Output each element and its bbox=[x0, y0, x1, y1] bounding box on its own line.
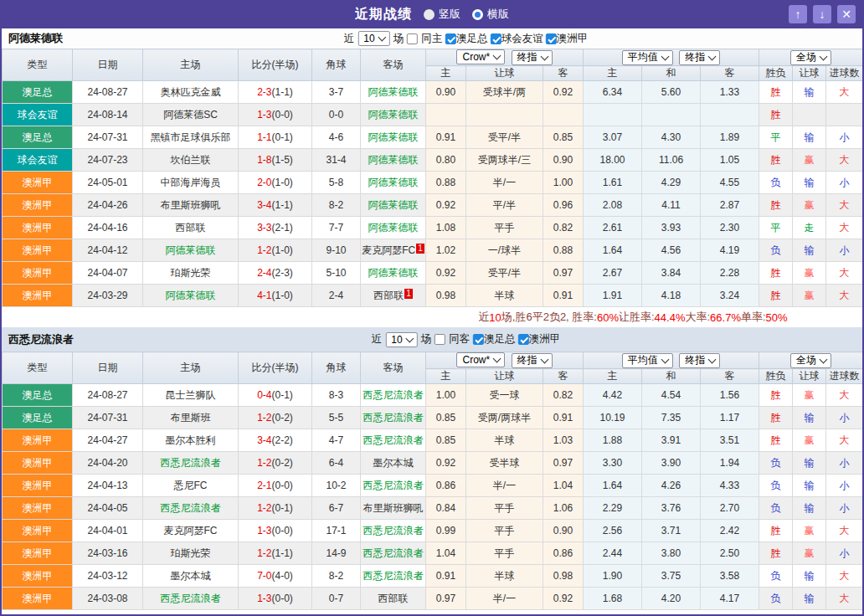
same-venue-checkbox[interactable] bbox=[435, 334, 445, 345]
average-stage-select[interactable]: 终指 bbox=[679, 353, 720, 368]
match-score: 4-1(1-0) bbox=[239, 285, 312, 307]
league-checkbox[interactable] bbox=[473, 334, 484, 345]
avg-away-odds: 2.70 bbox=[701, 497, 759, 520]
crow-away-odds: 0.98 bbox=[543, 565, 584, 588]
average-stage-select[interactable]: 终指 bbox=[679, 50, 720, 65]
match-score: 1-2(0-2) bbox=[239, 407, 312, 429]
chevron-down-icon bbox=[708, 52, 717, 60]
chevron-down-icon bbox=[820, 52, 828, 60]
match-row: 澳洲甲24-04-01麦克阿瑟FC1-3(0-0)17-1西悉尼流浪者0.99平… bbox=[3, 520, 863, 542]
avg-draw-odds: 4.54 bbox=[642, 384, 701, 407]
league-checkbox[interactable] bbox=[445, 33, 456, 44]
average-select[interactable]: 平均值 bbox=[622, 50, 673, 65]
scope-select[interactable]: 全场 bbox=[790, 50, 831, 65]
team-name: 黑镇市足球俱乐部 bbox=[151, 131, 231, 143]
bookmaker-stage-select[interactable]: 终指 bbox=[512, 50, 553, 65]
col-header-avg-home: 主 bbox=[584, 66, 642, 81]
match-count-select[interactable]: 10 bbox=[385, 332, 417, 347]
crow-away-odds bbox=[543, 104, 584, 126]
arrow-up-icon[interactable]: ↑ bbox=[789, 5, 807, 23]
col-header-avg-draw: 和 bbox=[642, 66, 701, 81]
bookmaker-value: Crow* bbox=[462, 354, 490, 366]
team-name: 珀斯光荣 bbox=[171, 547, 211, 559]
handicap-result-cell: 输 bbox=[793, 565, 826, 588]
avg-away-odds: 1.94 bbox=[701, 452, 759, 475]
crow-home-odds: 1.04 bbox=[426, 542, 466, 565]
goals-result-cell: 小 bbox=[826, 126, 863, 149]
window-title: 近期战绩 bbox=[355, 6, 412, 23]
home-team-cell: 麦克阿瑟FC bbox=[143, 520, 239, 542]
crow-away-odds: 0.97 bbox=[543, 262, 584, 285]
avg-draw-odds: 7.35 bbox=[642, 407, 701, 429]
average-select[interactable]: 平均值 bbox=[622, 353, 673, 368]
full-time-score: 2-1 bbox=[257, 480, 271, 491]
league-checkbox[interactable] bbox=[518, 334, 529, 345]
league-checkbox[interactable] bbox=[546, 33, 557, 44]
team-name: 西部联 bbox=[373, 290, 404, 301]
avg-away-odds: 1.17 bbox=[701, 407, 759, 429]
match-score: 1-8(1-5) bbox=[239, 149, 312, 172]
full-time-score: 1-2 bbox=[257, 457, 271, 469]
handicap-result-cell: 输 bbox=[793, 172, 826, 194]
away-team-cell: 西悉尼流浪者 bbox=[361, 520, 426, 542]
bookmaker-select[interactable]: Crow* bbox=[456, 49, 505, 64]
match-count-select[interactable]: 10 bbox=[357, 31, 389, 46]
match-row: 澳洲甲24-05-01中部海岸海员2-0(1-0)5-8阿德莱德联0.88半/一… bbox=[3, 172, 863, 194]
summary-text: 近 bbox=[478, 310, 489, 325]
league-checkbox[interactable] bbox=[491, 33, 501, 44]
corner-score: 14-9 bbox=[312, 542, 361, 565]
goals-result-cell: 小 bbox=[826, 497, 863, 520]
bookmaker-stage-select[interactable]: 终指 bbox=[512, 353, 553, 368]
result-cell: 平 bbox=[759, 126, 793, 149]
col-header-type: 类型 bbox=[3, 352, 73, 384]
avg-home-odds bbox=[584, 104, 642, 126]
corner-score: 3-7 bbox=[312, 81, 361, 104]
home-team-cell: 阿德莱德联 bbox=[143, 239, 239, 262]
away-team-cell: 西悉尼流浪者 bbox=[361, 384, 426, 407]
goals-result-cell: 大 bbox=[826, 520, 863, 542]
handicap-result-cell: 赢 bbox=[793, 520, 826, 542]
crow-handicap: 一/球半 bbox=[466, 239, 543, 262]
handicap-result-cell: 赢 bbox=[793, 384, 826, 407]
match-row: 澳洲甲24-03-08西悉尼流浪者1-3(0-0)0-7西部联0.97半/一0.… bbox=[3, 588, 863, 610]
crow-home-odds: 0.85 bbox=[426, 429, 466, 452]
half-time-score: (2-2) bbox=[272, 434, 293, 446]
arrow-down-icon[interactable]: ↓ bbox=[813, 5, 831, 23]
match-date: 24-04-13 bbox=[73, 475, 143, 497]
chevron-down-icon bbox=[540, 355, 548, 363]
full-time-score: 1-2 bbox=[257, 547, 271, 559]
same-venue-checkbox[interactable] bbox=[407, 33, 418, 44]
team-name: 阿德莱德联 bbox=[368, 177, 419, 188]
col-header-crow-home: 主 bbox=[426, 369, 466, 384]
radio-icon[interactable] bbox=[472, 9, 483, 20]
match-score: 1-3(0-0) bbox=[239, 104, 312, 126]
result-cell: 平 bbox=[759, 217, 793, 239]
half-time-score: (0-1) bbox=[272, 502, 293, 514]
handicap-result-cell: 赢 bbox=[793, 285, 826, 307]
away-team-cell: 西悉尼流浪者 bbox=[361, 565, 426, 588]
close-icon[interactable]: ✕ bbox=[837, 5, 856, 23]
scope-select[interactable]: 全场 bbox=[790, 353, 831, 368]
window-buttons: ↑ ↓ ✕ bbox=[789, 5, 856, 23]
handicap-result-cell: 输 bbox=[793, 475, 826, 497]
half-time-score: (1-1) bbox=[272, 199, 293, 211]
handicap-result-cell: 输 bbox=[793, 452, 826, 475]
col-header-home: 主场 bbox=[143, 352, 239, 384]
result-cell: 负 bbox=[759, 497, 793, 520]
view-option-vertical[interactable]: 竖版 bbox=[424, 7, 460, 22]
match-date: 24-04-07 bbox=[73, 262, 143, 285]
avg-home-odds: 3.07 bbox=[584, 126, 642, 149]
corner-score: 5-8 bbox=[312, 172, 361, 194]
match-date: 24-04-05 bbox=[73, 497, 143, 520]
match-date: 24-07-31 bbox=[73, 126, 143, 149]
home-team-cell: 墨尔本城 bbox=[143, 565, 239, 588]
bookmaker-select[interactable]: Crow* bbox=[456, 352, 505, 367]
radio-icon[interactable] bbox=[424, 9, 435, 20]
chevron-down-icon bbox=[708, 355, 717, 363]
handicap-result-cell: 输 bbox=[793, 497, 826, 520]
view-option-horizontal[interactable]: 横版 bbox=[472, 7, 509, 22]
avg-draw-odds: 4.26 bbox=[642, 475, 701, 497]
half-time-score: (1-0) bbox=[272, 244, 293, 256]
match-date: 24-08-14 bbox=[73, 104, 143, 126]
match-date: 24-08-27 bbox=[73, 81, 143, 104]
